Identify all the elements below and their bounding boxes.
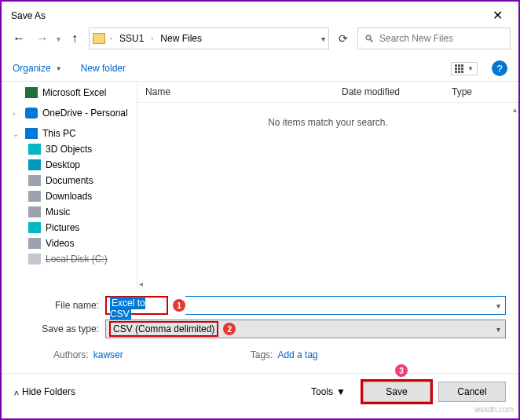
sidebar-item-thispc[interactable]: ⌄This PC bbox=[2, 126, 137, 141]
path-separator-icon: › bbox=[108, 35, 114, 42]
organize-button[interactable]: Organize ▼ bbox=[13, 63, 62, 74]
tags-value[interactable]: Add a tag bbox=[277, 349, 317, 360]
tools-button[interactable]: Tools ▼ bbox=[311, 386, 346, 397]
address-dropdown-icon[interactable]: ▾ bbox=[321, 35, 325, 43]
path-separator-icon: › bbox=[149, 35, 155, 42]
title-bar: Save As ✕ bbox=[2, 2, 518, 26]
documents-icon bbox=[28, 175, 41, 186]
music-icon bbox=[28, 206, 41, 217]
sidebar-item-localdisk[interactable]: Local Disk (C:) bbox=[2, 251, 137, 267]
cloud-icon bbox=[25, 108, 38, 119]
filename-value: Excel to CSV bbox=[110, 297, 145, 320]
column-type[interactable]: Type bbox=[452, 86, 511, 97]
main-area: Microsoft Excel ›OneDrive - Personal ⌄Th… bbox=[2, 82, 518, 290]
empty-message: No items match your search. bbox=[137, 103, 518, 290]
refresh-button[interactable]: ⟳ bbox=[334, 29, 353, 48]
view-button[interactable]: ▼ bbox=[451, 62, 478, 75]
savetype-label: Save as type: bbox=[14, 323, 105, 334]
hide-folders-button[interactable]: ʌ Hide Folders bbox=[14, 386, 75, 397]
chevron-up-icon: ʌ bbox=[14, 388, 19, 396]
downloads-icon bbox=[28, 191, 41, 202]
scroll-left-icon[interactable]: ◂ bbox=[139, 279, 143, 288]
help-button[interactable]: ? bbox=[492, 60, 507, 76]
save-button[interactable]: Save bbox=[363, 382, 430, 402]
authors-label: Authors: bbox=[53, 349, 89, 360]
close-button[interactable]: ✕ bbox=[485, 8, 509, 23]
sidebar-item-pictures[interactable]: Pictures bbox=[2, 220, 137, 236]
disk-icon bbox=[28, 254, 41, 265]
toolbar: Organize ▼ New folder ▼ ? bbox=[2, 56, 518, 82]
filename-label: File name: bbox=[14, 300, 105, 311]
savetype-dropdown-icon[interactable]: ▾ bbox=[496, 325, 500, 334]
nav-row: ← → ▾ ↑ › SSU1 › New Files ▾ ⟳ 🔍︎ Search… bbox=[2, 26, 518, 56]
pictures-icon bbox=[28, 222, 41, 233]
sidebar-item-videos[interactable]: Videos bbox=[2, 236, 137, 251]
sidebar-item-excel[interactable]: Microsoft Excel bbox=[2, 85, 137, 100]
filename-dropdown-icon[interactable]: ▾ bbox=[496, 301, 500, 310]
tags-label: Tags: bbox=[251, 349, 273, 360]
videos-icon bbox=[28, 238, 41, 249]
savetype-value: CSV (Comma delimited) bbox=[109, 321, 218, 337]
address-bar[interactable]: › SSU1 › New Files ▾ bbox=[89, 27, 329, 49]
authors-value[interactable]: kawser bbox=[93, 349, 123, 360]
path-segment-ssu1[interactable]: SSU1 bbox=[117, 33, 146, 44]
forward-button[interactable]: → bbox=[33, 29, 52, 48]
path-segment-newfiles[interactable]: New Files bbox=[158, 33, 204, 44]
annotation-badge-3: 3 bbox=[395, 364, 408, 377]
window-title: Save As bbox=[11, 10, 46, 21]
excel-icon bbox=[25, 87, 38, 98]
new-folder-button[interactable]: New folder bbox=[81, 63, 126, 74]
annotation-badge-2: 2 bbox=[223, 323, 236, 335]
sidebar-item-downloads[interactable]: Downloads bbox=[2, 188, 137, 204]
scroll-up-icon[interactable]: ▴ bbox=[513, 105, 517, 114]
chevron-down-icon: ▼ bbox=[467, 65, 474, 72]
pc-icon bbox=[25, 128, 38, 139]
folder-icon bbox=[93, 33, 105, 44]
watermark: wsxdn.com bbox=[474, 405, 514, 414]
sidebar-item-onedrive[interactable]: ›OneDrive - Personal bbox=[2, 105, 137, 121]
file-list[interactable]: Name Date modified Type ▴ No items match… bbox=[137, 82, 518, 290]
history-dropdown[interactable]: ▾ bbox=[57, 35, 60, 43]
back-button[interactable]: ← bbox=[9, 29, 28, 48]
search-icon: 🔍︎ bbox=[364, 33, 375, 45]
sidebar-item-documents[interactable]: Documents bbox=[2, 173, 137, 188]
sidebar-item-desktop[interactable]: Desktop bbox=[2, 157, 137, 173]
sidebar-item-music[interactable]: Music bbox=[2, 204, 137, 220]
cancel-button[interactable]: Cancel bbox=[438, 382, 506, 402]
column-name[interactable]: Name bbox=[145, 86, 342, 97]
search-placeholder: Search New Files bbox=[379, 33, 453, 44]
savetype-select[interactable]: CSV (Comma delimited) 2 ▾ bbox=[105, 320, 506, 338]
sidebar: Microsoft Excel ›OneDrive - Personal ⌄Th… bbox=[2, 82, 137, 290]
cube-icon bbox=[28, 144, 41, 155]
desktop-icon bbox=[28, 159, 41, 170]
chevron-down-icon: ▼ bbox=[336, 386, 346, 397]
search-input[interactable]: 🔍︎ Search New Files bbox=[357, 27, 511, 49]
sidebar-item-3dobjects[interactable]: 3D Objects bbox=[2, 141, 137, 157]
footer: ʌ Hide Folders Tools ▼ 3 Save Cancel bbox=[2, 373, 518, 410]
save-fields: File name: Excel to CSV 1 ▾ Save as type… bbox=[2, 290, 518, 373]
column-date[interactable]: Date modified bbox=[342, 86, 452, 97]
filename-input[interactable]: Excel to CSV bbox=[105, 296, 168, 315]
chevron-down-icon: ▼ bbox=[56, 65, 62, 72]
column-headers: Name Date modified Type bbox=[137, 82, 518, 103]
up-button[interactable]: ↑ bbox=[65, 29, 84, 48]
annotation-badge-1: 1 bbox=[173, 299, 185, 312]
view-grid-icon bbox=[455, 64, 463, 73]
